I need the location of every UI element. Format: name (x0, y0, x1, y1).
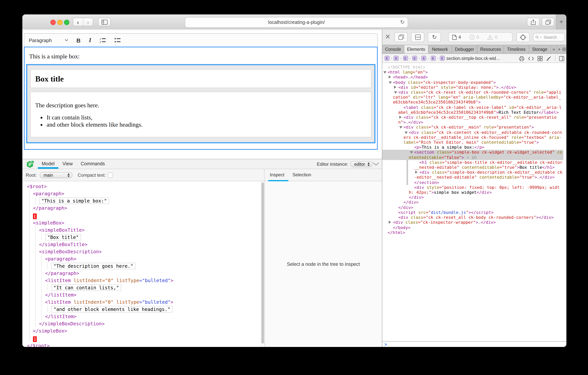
model-tree-line[interactable]: </paragraph> (22, 204, 261, 211)
disclosure-open-icon[interactable] (389, 81, 392, 84)
model-text-node[interactable]: "This is a simple box:" (39, 198, 109, 204)
forward-button[interactable]: › (83, 18, 93, 26)
dom-tree-line[interactable]: <head>…</head> (382, 75, 563, 80)
model-tree-line[interactable]: </listItem> (22, 291, 261, 298)
disclosure-closed-icon[interactable] (394, 86, 396, 89)
dom-tree-line[interactable]: </div> (382, 205, 563, 210)
devtools-tab-debugger[interactable]: Debugger (452, 45, 478, 54)
dom-tree-line[interactable]: <div class="ck ck-reset_all ck-body ck-r… (382, 215, 563, 220)
dom-tree-line[interactable]: <!DOCTYPE html> (382, 65, 563, 70)
element-picker-button[interactable] (516, 32, 530, 42)
disclosure-closed-icon[interactable] (415, 171, 418, 174)
breadcrumb-element-badge[interactable]: E (430, 56, 436, 61)
breadcrumb-element-badge[interactable]: E (421, 56, 426, 61)
simple-box-description[interactable]: The description goes here. It can contai… (30, 92, 371, 137)
details-sidebar-icon[interactable] (559, 56, 564, 61)
back-button[interactable]: ‹ (73, 18, 83, 26)
model-tree-line[interactable]: "This is a simple box:" (22, 197, 261, 204)
dom-tree-line[interactable]: <div id="editor" style="display: none;">… (382, 85, 563, 90)
dom-tree-line[interactable]: <div style="position: fixed; top: 0px; l… (382, 185, 563, 195)
print-icon[interactable] (519, 56, 524, 61)
collapse-inspector-button[interactable] (373, 162, 379, 166)
address-bar[interactable]: localhost/creating-a-plugin/ ↻ (185, 17, 408, 28)
dom-tree-line[interactable]: <h1 class="simple-box-title ck-editor__e… (408, 160, 563, 170)
editor-instance-select[interactable]: editor (350, 161, 372, 167)
dom-tree-line[interactable]: </section> (408, 180, 563, 185)
model-tree-line[interactable]: <simpleBoxTitle> (22, 226, 261, 233)
quick-console[interactable]: > (382, 341, 567, 347)
disclosure-open-icon[interactable] (410, 152, 413, 154)
reload-icon[interactable]: ↻ (400, 19, 405, 25)
resource-status-pill[interactable]: 4 0 0 (448, 32, 513, 42)
close-devtools-button[interactable] (385, 34, 390, 39)
close-window-button[interactable] (50, 20, 56, 25)
disclosure-open-icon[interactable] (394, 91, 397, 94)
intro-paragraph[interactable]: This is a simple box: (29, 53, 377, 60)
zoom-window-button[interactable] (64, 20, 69, 25)
breadcrumb-element-badge[interactable]: E (412, 56, 417, 61)
list-item[interactable]: It can contain lists, (47, 114, 366, 121)
root-select[interactable]: main (40, 172, 72, 178)
add-tab-button[interactable]: + (557, 45, 561, 54)
model-tree-line[interactable]: </paragraph> (22, 270, 261, 277)
model-tree-line[interactable]: "The description goes here." (22, 262, 261, 270)
tabs-overflow-button[interactable]: » (551, 45, 557, 54)
simple-box-widget[interactable]: Box title The description goes here. It … (26, 64, 376, 143)
devtools-tab-storage[interactable]: Storage (529, 45, 551, 54)
paragraph-dropdown[interactable]: Paragraph (29, 37, 68, 43)
model-tree-line[interactable]: <paragraph> (22, 190, 261, 197)
model-tree-scrollbar[interactable] (261, 181, 264, 347)
model-tree-line[interactable]: </$root> (22, 342, 261, 347)
disclosure-open-icon[interactable] (399, 126, 402, 129)
sidebar-toggle-button[interactable] (98, 18, 111, 26)
tab-commands[interactable]: Commands (81, 159, 105, 169)
model-tree-line[interactable]: <simpleBox> (22, 219, 261, 226)
tab-selection[interactable]: Selection (293, 169, 311, 181)
dom-tree-line[interactable]: <div class="ck ck-reset ck-editor ck-rou… (382, 90, 563, 105)
disclosure-closed-icon[interactable] (389, 76, 391, 79)
tab-overview-button[interactable] (542, 18, 554, 26)
minimize-window-button[interactable] (57, 20, 63, 25)
devtools-tab-timelines[interactable]: Timelines (504, 45, 529, 54)
dom-tree-line[interactable]: <div class="simple-box-description ck-ed… (408, 170, 563, 180)
devtools-tab-network[interactable]: Network (429, 45, 452, 54)
dom-tree-line-selected[interactable]: <section class="simple-box ck-widget ck-… (382, 150, 563, 160)
model-tree-line[interactable]: "Box title" (22, 233, 261, 241)
model-tree-line[interactable]: "and other block elements like headings.… (22, 306, 261, 313)
disclosure-closed-icon[interactable] (399, 116, 402, 119)
model-tree-line[interactable]: <simpleBoxDescription> (22, 248, 261, 255)
breadcrumb-element-badge[interactable]: E (403, 56, 408, 61)
list-item[interactable]: and other block elements like headings. (47, 121, 366, 128)
model-text-node[interactable]: "The description goes here." (51, 263, 136, 269)
scrollbar-thumb[interactable] (262, 182, 264, 343)
source-code-icon[interactable] (528, 56, 534, 60)
devtools-settings-button[interactable] (561, 45, 567, 54)
model-tree-line[interactable]: [ (22, 211, 261, 219)
model-tree-line[interactable]: "It can contain lists," (22, 284, 261, 291)
model-text-node[interactable]: "It can contain lists," (51, 284, 121, 291)
dom-tree-line[interactable]: <div class="ck ck-editor__top ck-reset_a… (382, 115, 563, 125)
disclosure-open-icon[interactable] (383, 71, 387, 74)
dom-tree-line[interactable]: <script src="dist/bundle.js"></script> (382, 210, 563, 215)
dom-tree-line[interactable]: <div class="ck ck-content ck-editor__edi… (382, 130, 563, 145)
dom-tree-line[interactable]: </body> (382, 225, 563, 230)
bold-button[interactable]: B (76, 37, 81, 44)
devtools-search-field[interactable] (533, 33, 565, 41)
disclosure-open-icon[interactable] (405, 131, 408, 134)
model-tree-line[interactable]: <listItem listIndent="0" listType="bulle… (22, 298, 261, 306)
dom-tree-line[interactable]: </div> (382, 195, 563, 200)
dom-tree-line[interactable]: <html lang="en"> (382, 70, 563, 75)
breadcrumb-element-badge[interactable]: E (394, 56, 399, 61)
model-text-node[interactable]: "Box title" (45, 234, 81, 240)
dock-side-button[interactable] (394, 32, 408, 42)
simple-box-title[interactable]: Box title (30, 69, 371, 88)
breadcrumb-element-badge[interactable]: E (440, 56, 445, 61)
model-tree-line[interactable]: <listItem listIndent="0" listType="bulle… (22, 277, 261, 284)
model-tree-line[interactable]: <paragraph> (22, 255, 261, 262)
devtools-tab-console[interactable]: Console (382, 45, 404, 54)
compact-text-checkbox[interactable] (108, 173, 113, 178)
tab-inspect[interactable]: Inspect (270, 169, 284, 181)
disclosure-closed-icon[interactable] (389, 221, 391, 224)
dom-tree-line[interactable]: <div class="ck-inspector-wrapper">…</div… (382, 220, 563, 225)
devtools-tab-elements[interactable]: Elements (404, 45, 429, 54)
